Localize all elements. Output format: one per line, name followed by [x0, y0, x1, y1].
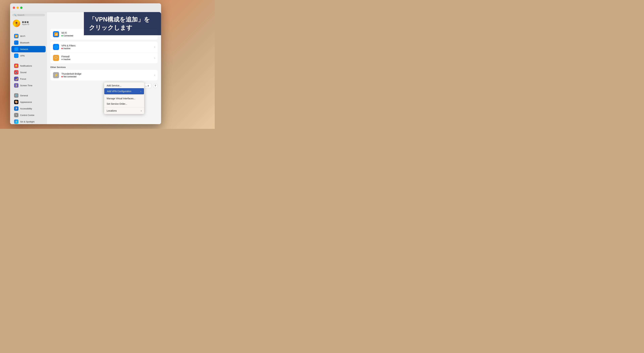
- thunderbolt-name: Thunderbolt Bridge: [62, 72, 152, 75]
- sidebar-item-general[interactable]: ⚙️ General: [12, 92, 46, 99]
- search-input-placeholder: Search: [18, 14, 24, 16]
- thunderbolt-status-text: Not connected: [64, 76, 76, 78]
- locations-label: Locations: [107, 110, 117, 112]
- sidebar-item-focus-label: Focus: [20, 78, 26, 80]
- maximize-button[interactable]: [20, 6, 22, 9]
- wifi-status-text: Connected: [64, 34, 73, 37]
- sidebar-item-controlcentre[interactable]: 🔘 Control Centre: [12, 112, 46, 118]
- sidebar-item-sound[interactable]: 🔊 Sound: [12, 69, 46, 76]
- vpn-status-text: Inactive: [64, 47, 70, 50]
- sidebar-item-appearance[interactable]: 🎨 Appearance: [12, 99, 46, 105]
- general-icon: ⚙️: [14, 93, 18, 98]
- thunderbolt-info: Thunderbolt Bridge Not connected: [62, 72, 152, 78]
- help-label: ?: [155, 84, 156, 87]
- vpn-firewall-card: 🌐 VPN & Filters Inactive › 🛡 Firewall: [50, 42, 158, 63]
- notifications-icon: 🔔: [14, 64, 18, 68]
- dot2: [24, 21, 26, 23]
- main-content: 「VPN構成を追加」をクリックします 📶 Wi-Fi Connected ›: [47, 12, 161, 124]
- screentime-icon: ⏳: [14, 83, 18, 88]
- context-set-service[interactable]: Set Service Order...: [104, 101, 144, 106]
- sidebar-item-accessibility-label: Accessibility: [20, 108, 32, 110]
- context-add-vpn[interactable]: Add VPN Configuration ›: [104, 88, 144, 94]
- apple-id-info: Apple ID: [22, 21, 29, 25]
- sidebar-item-screentime-label: Screen Time: [20, 84, 32, 87]
- sidebar-item-appearance-label: Appearance: [20, 101, 32, 103]
- sidebar-section-network: 📶 Wi-Fi 🔵 Bluetooth 🌐 Network 🌐 VPN: [10, 33, 47, 59]
- vpn-info: VPN & Filters Inactive: [62, 44, 152, 50]
- network-icon: 🌐: [14, 47, 18, 51]
- sidebar-item-siri[interactable]: 🎙 Siri & Spotlight: [12, 118, 46, 124]
- dot1: [22, 21, 24, 23]
- thunderbolt-icon: ⚡: [53, 72, 59, 78]
- sound-icon: 🔊: [14, 70, 18, 74]
- sidebar-item-wifi[interactable]: 📶 Wi-Fi: [12, 33, 46, 39]
- set-service-label: Set Service Order...: [107, 102, 127, 105]
- dot3: [27, 21, 28, 23]
- close-button[interactable]: [13, 6, 15, 9]
- sidebar-item-sound-label: Sound: [20, 71, 26, 74]
- sidebar-section-notifications: 🔔 Notifications 🔊 Sound 🌙 Focus ⏳ Screen…: [10, 62, 47, 89]
- thunderbolt-chevron: ›: [154, 74, 155, 77]
- sidebar-item-notifications-label: Notifications: [20, 64, 32, 67]
- sidebar-item-focus[interactable]: 🌙 Focus: [12, 76, 46, 82]
- context-locations[interactable]: Locations ›: [104, 108, 144, 114]
- system-preferences-window: 🔍 Search 🌻 Apple ID 📶: [10, 3, 161, 124]
- thunderbolt-status: Not connected: [62, 76, 152, 78]
- other-services-header: Other Services: [50, 66, 158, 68]
- vpn-chevron: ›: [154, 46, 155, 48]
- sidebar-item-vpn[interactable]: 🌐 VPN: [12, 52, 46, 59]
- firewall-status-dot: [62, 59, 63, 60]
- sidebar-section-general: ⚙️ General 🎨 Appearance ♿ Accessibility …: [10, 92, 47, 124]
- accessibility-icon: ♿: [14, 106, 18, 111]
- sidebar-item-bluetooth-label: Bluetooth: [20, 42, 29, 44]
- wifi-status-dot: [62, 35, 63, 36]
- firewall-network-item[interactable]: 🛡 Firewall Inactive ›: [50, 52, 158, 63]
- vpn-network-item[interactable]: 🌐 VPN & Filters Inactive ›: [50, 42, 158, 52]
- annotation-banner: 「VPN構成を追加」をクリックします: [84, 12, 161, 35]
- appearance-icon: 🎨: [14, 100, 18, 104]
- apple-id-name-dots: [22, 21, 29, 23]
- sidebar-item-screentime[interactable]: ⏳ Screen Time: [12, 82, 46, 88]
- search-icon: 🔍: [14, 14, 16, 16]
- sidebar-item-network-label: Network: [20, 48, 28, 50]
- sidebar: 🔍 Search 🌻 Apple ID 📶: [10, 12, 47, 124]
- sidebar-item-siri-label: Siri & Spotlight: [20, 120, 34, 123]
- context-manage-virtual[interactable]: Manage Virtual Interfaces...: [104, 96, 144, 101]
- sidebar-item-network[interactable]: 🌐 Network: [12, 46, 46, 52]
- context-divider-2: [104, 107, 144, 108]
- sidebar-item-accessibility[interactable]: ♿ Accessibility: [12, 105, 46, 112]
- sidebar-item-general-label: General: [20, 94, 28, 97]
- thunderbolt-status-dot: [62, 76, 63, 77]
- vpn-network-icon: 🌐: [53, 44, 59, 50]
- sidebar-item-bluetooth[interactable]: 🔵 Bluetooth: [12, 40, 46, 46]
- wifi-icon: 📶: [14, 34, 18, 38]
- add-service-label: Add Service...: [107, 84, 121, 87]
- apple-id-label: Apple ID: [22, 23, 29, 25]
- sidebar-item-wifi-label: Wi-Fi: [20, 35, 25, 38]
- sidebar-item-vpn-label: VPN: [20, 54, 25, 57]
- firewall-status: Inactive: [62, 58, 152, 60]
- thunderbolt-card: ⚡ Thunderbolt Bridge Not connected ›: [50, 70, 158, 80]
- wifi-network-icon: 📶: [53, 31, 59, 37]
- vpn-status: Inactive: [62, 47, 152, 50]
- vpn-icon: 🌐: [14, 54, 18, 58]
- firewall-status-text: Inactive: [64, 58, 70, 60]
- more-label: ... ∨: [145, 84, 149, 87]
- vpn-status-dot: [62, 48, 63, 49]
- titlebar: [10, 3, 161, 12]
- window-body: 🔍 Search 🌻 Apple ID 📶: [10, 12, 161, 124]
- avatar: 🌻: [13, 20, 20, 27]
- context-add-service[interactable]: Add Service...: [104, 83, 144, 88]
- sidebar-item-notifications[interactable]: 🔔 Notifications: [12, 62, 46, 69]
- add-vpn-arrow: ›: [140, 90, 141, 92]
- apple-id-section[interactable]: 🌻 Apple ID: [10, 18, 47, 29]
- firewall-info: Firewall Inactive: [62, 55, 152, 60]
- firewall-network-icon: 🛡: [53, 55, 59, 61]
- thunderbolt-network-item[interactable]: ⚡ Thunderbolt Bridge Not connected ›: [50, 70, 158, 80]
- minimize-button[interactable]: [16, 6, 19, 9]
- vpn-name: VPN & Filters: [62, 44, 152, 47]
- siri-icon: 🎙: [14, 120, 18, 124]
- annotation-text: 「VPN構成を追加」をクリックします: [89, 16, 150, 31]
- search-bar[interactable]: 🔍 Search: [12, 14, 45, 16]
- help-button[interactable]: ?: [153, 84, 158, 88]
